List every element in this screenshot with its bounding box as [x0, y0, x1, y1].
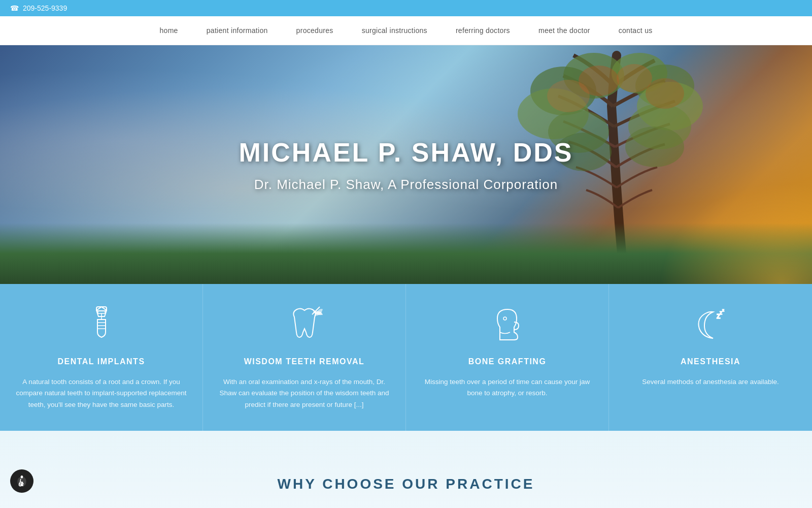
svg-point-12: [547, 80, 590, 112]
phone-icon: ☎: [10, 4, 19, 12]
anesthesia-icon: Z z z: [690, 304, 731, 345]
why-title: WHY CHOOSE OUR PRACTICE: [278, 476, 535, 492]
bone-grafting-icon: [487, 304, 528, 345]
hero-subtitle: Dr. Michael P. Shaw, A Professional Corp…: [239, 177, 573, 193]
nav-contact-us[interactable]: contact us: [604, 16, 667, 45]
nav-referring-doctors[interactable]: referring doctors: [442, 16, 524, 45]
service-card-bone-grafting[interactable]: BONE GRAFTING Missing teeth over a perio…: [406, 284, 609, 431]
nav-surgical-instructions[interactable]: surgical instructions: [348, 16, 442, 45]
service-desc-dental-implants: A natural tooth consists of a root and a…: [15, 376, 187, 410]
phone-number: 209-525-9339: [23, 4, 67, 12]
svg-point-27: [21, 476, 23, 478]
nav-patient-information[interactable]: patient information: [192, 16, 282, 45]
hero-sunset-glow: [660, 182, 812, 284]
nav-home[interactable]: home: [145, 16, 192, 45]
accessibility-icon: [15, 474, 28, 488]
hero-section: MICHAEL P. SHAW, DDS Dr. Michael P. Shaw…: [0, 45, 812, 284]
why-section: WHY CHOOSE OUR PRACTICE: [0, 431, 812, 508]
svg-point-9: [625, 126, 684, 167]
svg-rect-15: [98, 311, 105, 313]
svg-text:z: z: [722, 308, 724, 312]
service-desc-bone-grafting: Missing teeth over a period of time can …: [421, 376, 593, 399]
service-card-wisdom-teeth[interactable]: WISDOM TEETH REMOVAL With an oral examin…: [203, 284, 406, 431]
top-bar: ☎ 209-525-9339: [0, 0, 812, 16]
main-nav: home patient information procedures surg…: [0, 16, 812, 45]
wisdom-teeth-icon: [284, 304, 325, 345]
accessibility-button[interactable]: [10, 469, 33, 493]
dental-implants-icon: [81, 304, 122, 345]
nav-procedures[interactable]: procedures: [282, 16, 348, 45]
service-title-wisdom-teeth: WISDOM TEETH REMOVAL: [244, 357, 365, 366]
service-title-dental-implants: DENTAL IMPLANTS: [57, 357, 145, 366]
svg-point-21: [503, 317, 506, 320]
nav-meet-the-doctor[interactable]: meet the doctor: [524, 16, 604, 45]
service-desc-wisdom-teeth: With an oral examination and x-rays of t…: [218, 376, 390, 410]
service-card-anesthesia[interactable]: Z z z ANESTHESIA Several methods of anes…: [609, 284, 812, 431]
hero-title: MICHAEL P. SHAW, DDS: [239, 137, 573, 168]
service-card-dental-implants[interactable]: DENTAL IMPLANTS A natural tooth consists…: [0, 284, 203, 431]
service-title-bone-grafting: BONE GRAFTING: [468, 357, 547, 366]
svg-point-13: [646, 78, 684, 109]
service-title-anesthesia: ANESTHESIA: [681, 357, 740, 366]
services-row: DENTAL IMPLANTS A natural tooth consists…: [0, 284, 812, 431]
hero-content: MICHAEL P. SHAW, DDS Dr. Michael P. Shaw…: [239, 137, 573, 193]
service-desc-anesthesia: Several methods of anesthesia are availa…: [642, 376, 779, 388]
